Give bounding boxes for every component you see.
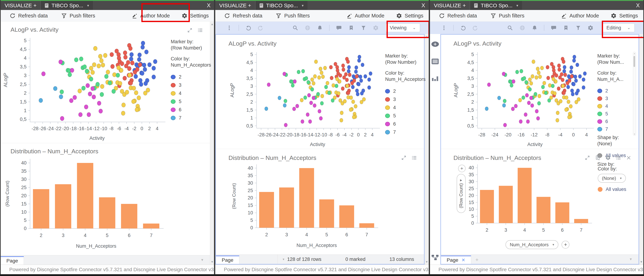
push-filters-button[interactable]: Push filters <box>490 13 524 19</box>
page-tab[interactable]: Page <box>1 256 24 264</box>
color-by-selector[interactable]: (None)▾ <box>598 174 626 183</box>
window-scrollbar[interactable]: ▲▼ <box>639 34 643 264</box>
filter-icon[interactable] <box>575 25 581 31</box>
tab-overflow-icon[interactable]: ▼ <box>201 258 204 262</box>
legend-item[interactable]: 7 <box>597 125 632 133</box>
legend-item[interactable]: 2 <box>597 87 632 95</box>
tab-visualize[interactable]: VISUALIZE + <box>1 0 41 10</box>
search-icon[interactable] <box>507 25 513 31</box>
scroll-up-icon[interactable]: ▲ <box>425 35 428 38</box>
x-axis-selector[interactable]: Num_H_Acceptors▾ <box>506 240 558 249</box>
legend-item[interactable]: 2 <box>171 73 211 81</box>
tab-document[interactable]: TIBCO Spo...▾ <box>41 0 93 10</box>
scroll-down-icon[interactable]: ▼ <box>211 260 214 264</box>
redo-icon[interactable] <box>258 25 264 31</box>
scroll-up-icon[interactable]: ▲ <box>211 22 214 26</box>
legend-item[interactable]: 7 <box>171 114 211 122</box>
legend-item[interactable]: 4 <box>385 104 426 112</box>
undo-icon[interactable] <box>245 25 251 31</box>
comment-icon[interactable] <box>551 25 556 31</box>
list-icon[interactable] <box>412 155 417 160</box>
comment-icon[interactable] <box>336 25 342 31</box>
close-page-icon[interactable]: ✕ <box>462 258 465 263</box>
tab-overflow-icon[interactable]: ▼ <box>629 257 632 261</box>
kebab-menu-icon[interactable] <box>226 25 232 31</box>
page-tab[interactable]: Page✕ <box>441 256 471 264</box>
legend-item[interactable]: 5 <box>597 110 632 118</box>
redo-icon[interactable] <box>472 25 478 31</box>
gear-icon[interactable] <box>605 155 611 160</box>
refresh-data-button[interactable]: Refresh data <box>439 13 477 19</box>
undo-icon[interactable] <box>460 25 466 31</box>
legend-item[interactable]: 3 <box>385 95 426 104</box>
tab-visualize[interactable]: VISUALIZE + <box>215 0 255 10</box>
svg-text:0: 0 <box>24 226 26 231</box>
add-page-button[interactable]: + <box>471 256 483 264</box>
chevron-down-icon[interactable]: ▾ <box>283 257 284 261</box>
bookmark-icon[interactable] <box>563 25 569 31</box>
author-mode-button[interactable]: Author Mode <box>561 13 599 19</box>
visualization-types-icon[interactable] <box>432 76 439 82</box>
settings-button[interactable]: Settings <box>396 13 424 19</box>
push-filters-button[interactable]: Push filters <box>276 13 310 19</box>
legend-item-all-values[interactable]: All values <box>598 186 626 192</box>
bell-icon[interactable] <box>532 25 538 31</box>
scroll-down-icon[interactable]: ▼ <box>425 260 428 264</box>
refresh-data-button[interactable]: Refresh data <box>10 13 48 19</box>
add-visualization-icon[interactable] <box>431 41 439 47</box>
close-button[interactable]: X <box>632 0 643 10</box>
page-tab[interactable]: Page <box>216 256 239 264</box>
push-filters-button[interactable]: Push filters <box>61 13 95 19</box>
scroll-down-icon[interactable]: ▼ <box>640 260 643 264</box>
author-mode-button[interactable]: Author Mode <box>132 13 170 19</box>
bar-legend[interactable]: Color by: (None)▾ All values <box>598 166 626 192</box>
scatter-legend[interactable]: Marker by: (Row Number) Color by: Num_H_… <box>171 39 211 122</box>
note-icon[interactable] <box>595 155 600 160</box>
scatter-legend[interactable]: Marker by: (Row Number) Color by: Num_H_… <box>385 53 426 136</box>
globe-icon[interactable] <box>519 25 525 31</box>
mode-dropdown[interactable]: Editing⌄ <box>602 23 635 32</box>
expand-icon[interactable] <box>187 28 192 33</box>
legend-item[interactable]: 6 <box>171 106 211 114</box>
search-icon[interactable] <box>292 25 298 31</box>
settings-button[interactable]: Settings <box>182 13 209 19</box>
author-mode-button[interactable]: Author Mode <box>346 13 384 19</box>
legend-item[interactable]: 6 <box>597 118 632 125</box>
data-table-icon[interactable] <box>432 58 439 64</box>
list-icon[interactable] <box>198 28 203 33</box>
gear-icon[interactable] <box>588 25 594 31</box>
y-axis-selector[interactable]: ▶(Row Count) <box>457 174 466 213</box>
close-button[interactable]: X <box>203 0 214 10</box>
y-axis-add-button[interactable]: + <box>458 165 466 172</box>
kebab-menu-icon[interactable] <box>441 25 447 31</box>
gear-icon[interactable] <box>373 25 379 31</box>
relations-icon[interactable] <box>431 254 439 261</box>
list-icon[interactable] <box>616 155 621 160</box>
scroll-up-icon[interactable]: ▲ <box>640 35 643 38</box>
legend-item[interactable]: 5 <box>171 98 211 106</box>
legend-item[interactable]: 4 <box>597 102 632 110</box>
globe-icon[interactable] <box>305 25 310 31</box>
close-icon[interactable] <box>626 155 631 160</box>
x-axis-add-button[interactable]: + <box>562 241 570 248</box>
tab-document[interactable]: TIBCO Spo...▾ <box>470 0 522 10</box>
mode-dropdown[interactable]: Viewing⌄ <box>386 23 420 32</box>
legend-item[interactable]: 6 <box>385 120 426 128</box>
bookmark-icon[interactable] <box>348 25 354 31</box>
legend-item[interactable]: 3 <box>597 95 632 102</box>
legend-scrollbar[interactable]: ▲▼ <box>633 52 636 136</box>
filter-icon[interactable] <box>360 25 366 31</box>
tab-document[interactable]: TIBCO Spo...▾ <box>256 0 308 10</box>
refresh-data-button[interactable]: Refresh data <box>224 13 262 19</box>
legend-item[interactable]: 5 <box>385 112 426 120</box>
legend-item[interactable]: 2 <box>385 87 426 95</box>
close-button[interactable]: X <box>418 0 429 10</box>
bell-icon[interactable] <box>317 25 323 31</box>
expand-icon[interactable] <box>401 155 406 160</box>
settings-button[interactable]: Settings <box>611 13 638 19</box>
svg-text:35: 35 <box>468 172 474 177</box>
tab-visualize[interactable]: VISUALIZE + <box>430 0 470 10</box>
legend-item[interactable]: 7 <box>385 128 426 136</box>
legend-item[interactable]: 4 <box>171 89 211 98</box>
legend-item[interactable]: 3 <box>171 81 211 89</box>
